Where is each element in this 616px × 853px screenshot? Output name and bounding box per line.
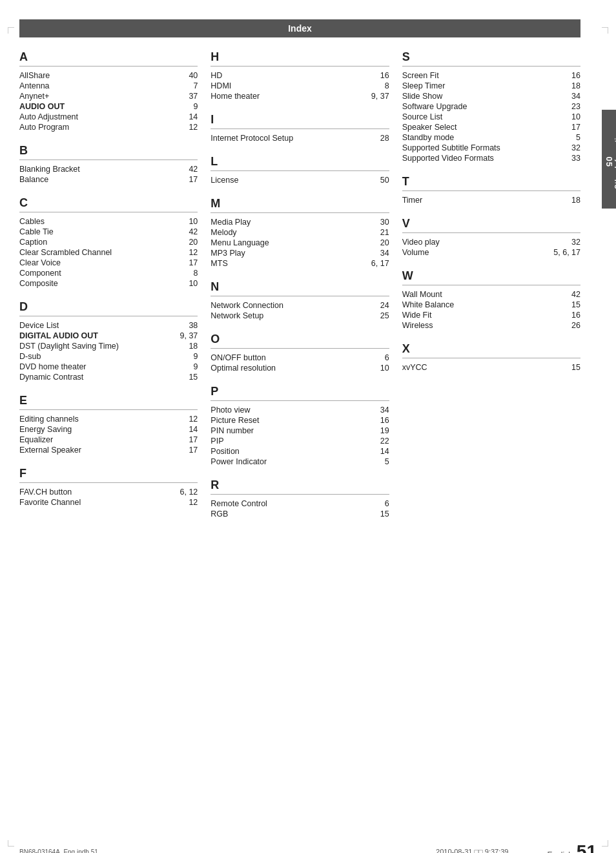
entry-page: 30 — [364, 218, 389, 227]
index-entry: Power Indicator5 — [210, 457, 389, 467]
index-entry: Energy Saving14 — [19, 424, 198, 435]
entry-name: AUDIO OUT — [19, 102, 172, 111]
index-entry: Device List38 — [19, 320, 198, 331]
entry-name: AllShare — [19, 71, 172, 80]
index-entry: D-sub9 — [19, 351, 198, 362]
index-entry: RGB15 — [210, 509, 389, 519]
entry-page: 22 — [364, 437, 389, 446]
entry-page: 16 — [555, 311, 580, 320]
entry-name: Wide Fit — [402, 311, 555, 320]
section-letter-I: I — [210, 113, 389, 129]
entry-name: Wall Mount — [402, 290, 555, 299]
index-header: Index — [19, 19, 580, 37]
entry-page: 8 — [364, 81, 389, 90]
entry-page: 5 — [364, 457, 389, 466]
index-entry: DST (Daylight Saving Time)18 — [19, 341, 198, 351]
entry-name: Optimal resolution — [210, 364, 363, 373]
entry-page: 15 — [172, 373, 198, 382]
column-1: HHD16HDMI8Home theater9, 37IInternet Pro… — [210, 50, 402, 519]
index-entry: License50 — [210, 175, 389, 185]
entry-name: Speaker Select — [402, 123, 555, 132]
index-entry: Supported Video Formats33 — [402, 153, 580, 163]
section-letter-V: V — [402, 217, 580, 233]
index-entry: Remote Control6 — [210, 498, 389, 509]
index-entry: Sleep Timer18 — [402, 81, 580, 91]
index-entry: Software Upgrade23 — [402, 101, 580, 112]
section-letter-C: C — [19, 196, 198, 212]
index-entry: Blanking Bracket42 — [19, 164, 198, 174]
content-area: Index AAllShare40Antenna7Anynet+37AUDIO … — [19, 19, 580, 519]
index-entry: Component8 — [19, 268, 198, 278]
column-0: AAllShare40Antenna7Anynet+37AUDIO OUT9Au… — [19, 50, 210, 519]
entry-name: Clear Voice — [19, 258, 172, 267]
index-entry: External Speaker17 — [19, 445, 198, 455]
entry-page: 17 — [172, 446, 198, 455]
entry-name: Dynamic Contrast — [19, 373, 172, 382]
entry-name: License — [210, 176, 363, 185]
entry-page: 42 — [172, 227, 198, 236]
index-entry: Dynamic Contrast15 — [19, 372, 198, 382]
entry-page: 20 — [172, 238, 198, 247]
entry-name: Composite — [19, 279, 172, 288]
section-letter-E: E — [19, 394, 198, 410]
section-letter-X: X — [402, 342, 580, 358]
index-entry: Caption20 — [19, 237, 198, 247]
index-entry: Wall Mount42 — [402, 289, 580, 300]
entry-page: 17 — [555, 123, 580, 132]
entry-name: Energy Saving — [19, 425, 172, 434]
footer-left: BN68-03164A_Eng.indb 51 — [19, 848, 98, 854]
entry-page: 24 — [364, 301, 389, 310]
entry-name: Menu Language — [210, 238, 363, 247]
entry-name: PIP — [210, 437, 363, 446]
entry-page: 37 — [172, 92, 198, 101]
entry-page: 25 — [364, 311, 389, 320]
entry-name: White Balance — [402, 300, 555, 309]
index-entry: DIGITAL AUDIO OUT9, 37 — [19, 331, 198, 341]
footer: BN68-03164A_Eng.indb 51 2010-08-31 □□ 9:… — [0, 843, 616, 853]
index-entry: Cable Tie42 — [19, 227, 198, 237]
section-letter-F: F — [19, 467, 198, 483]
entry-page: 17 — [172, 435, 198, 444]
index-title: Index — [288, 23, 312, 34]
index-entry: Media Play30 — [210, 217, 389, 227]
entry-page: 28 — [364, 134, 389, 143]
section-letter-N: N — [210, 280, 389, 296]
entry-page: 9 — [172, 102, 198, 111]
entry-page: 12 — [172, 248, 198, 257]
footer-right: 2010-08-31 □□ 9:37:39 — [436, 848, 508, 853]
entry-name: Timer — [402, 196, 555, 205]
index-entry: Clear Voice17 — [19, 258, 198, 268]
entry-name: Slide Show — [402, 92, 555, 101]
section-letter-M: M — [210, 197, 389, 213]
entry-page: 10 — [172, 217, 198, 226]
page-number-block: English 51 — [547, 843, 597, 853]
entry-name: HDMI — [210, 81, 363, 90]
entry-name: Picture Reset — [210, 416, 363, 425]
entry-name: Volume — [402, 248, 554, 257]
entry-page: 12 — [172, 498, 198, 507]
index-entry: Balance17 — [19, 174, 198, 185]
entry-page: 18 — [555, 81, 580, 90]
entry-page: 17 — [172, 175, 198, 184]
index-entry: Standby mode5 — [402, 132, 580, 143]
corner-mark-tl — [8, 27, 14, 34]
entry-name: PIN number — [210, 426, 363, 435]
page-wrapper: 05 Other Information Index AAllShare40An… — [0, 19, 616, 853]
section-letter-L: L — [210, 155, 389, 171]
entry-page: 16 — [364, 416, 389, 425]
entry-name: Equalizer — [19, 435, 172, 444]
entry-name: Media Play — [210, 218, 363, 227]
entry-page: 14 — [172, 425, 198, 434]
entry-name: Network Connection — [210, 301, 363, 310]
entry-name: Balance — [19, 175, 172, 184]
entry-name: DST (Daylight Saving Time) — [19, 342, 172, 351]
index-entry: Home theater9, 37 — [210, 91, 389, 101]
entry-name: Standby mode — [402, 133, 555, 142]
entry-page: 12 — [172, 123, 198, 132]
entry-name: Caption — [19, 238, 172, 247]
index-entry: Picture Reset16 — [210, 415, 389, 426]
index-entry: Volume5, 6, 17 — [402, 247, 580, 258]
index-entry: Antenna7 — [19, 81, 198, 91]
entry-page: 10 — [555, 112, 580, 121]
entry-name: Blanking Bracket — [19, 165, 172, 174]
